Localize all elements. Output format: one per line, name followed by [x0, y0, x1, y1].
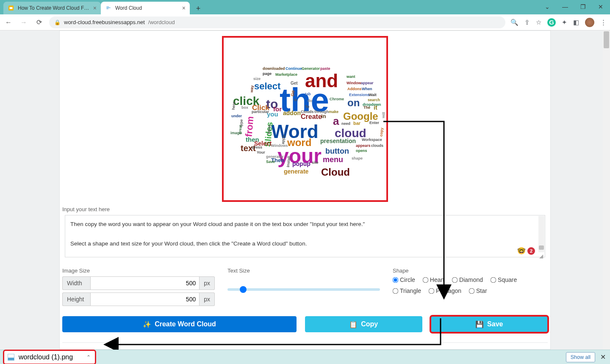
back-button[interactable]: ← — [3, 17, 14, 28]
svg-rect-3 — [106, 7, 109, 7]
wordcloud-canvas: theandyourWordclickselecttoonGooglecloud… — [229, 47, 381, 191]
close-icon[interactable]: ✕ — [600, 353, 606, 361]
forward-button[interactable]: → — [19, 17, 29, 28]
cloud-word: Enter — [369, 121, 379, 125]
chevron-up-icon[interactable]: ⌃ — [86, 354, 91, 360]
cloud-word: through — [314, 110, 329, 114]
shape-radio-input[interactable] — [393, 288, 399, 294]
cloud-word: need — [341, 121, 350, 126]
url-path: /wordcloud — [148, 19, 175, 25]
text-input[interactable] — [65, 215, 545, 257]
cloud-word: presentation — [320, 138, 356, 144]
shape-radio-input[interactable] — [422, 277, 428, 283]
maximize-icon[interactable]: ❐ — [577, 2, 589, 12]
sidepanel-icon[interactable]: ◧ — [573, 19, 579, 26]
cloud-word: under — [231, 114, 242, 118]
text-size-slider[interactable] — [227, 288, 380, 291]
cloud-word: copy — [379, 127, 384, 137]
shape-radio-input[interactable] — [491, 277, 496, 283]
reload-button[interactable]: ⟳ — [34, 17, 44, 28]
shape-radio-circle[interactable]: Circle — [393, 276, 415, 283]
shape-radio-input[interactable] — [393, 277, 399, 283]
chevron-down-icon[interactable]: ⌄ — [541, 2, 553, 12]
cloud-word: will — [381, 112, 386, 118]
cloud-word: The — [363, 105, 370, 110]
cloud-word: page — [263, 72, 272, 76]
tab-1[interactable]: Word Cloud × — [101, 2, 190, 14]
cloud-word: Extensions — [349, 93, 369, 97]
cloud-word: Get — [291, 81, 298, 85]
grammarly-widget[interactable]: 🤓 2 — [517, 247, 535, 255]
cloud-word: want — [347, 74, 355, 79]
copy-button-label: Copy — [361, 320, 378, 328]
shape-label: Shape — [393, 263, 548, 276]
height-input[interactable] — [90, 292, 200, 306]
shape-radio-input[interactable] — [469, 288, 475, 294]
window-controls: ⌄ — ❐ ✕ — [541, 2, 607, 12]
shape-radio-input[interactable] — [452, 277, 458, 283]
cloud-word: popup — [292, 160, 311, 167]
share-icon[interactable]: ⇪ — [524, 19, 530, 26]
wordcloud-favicon — [105, 5, 112, 11]
cloud-word: shape — [352, 156, 363, 160]
menu-icon[interactable]: ⋮ — [600, 19, 607, 26]
cloud-word: and — [305, 70, 338, 91]
new-tab-button[interactable]: + — [192, 3, 204, 14]
shape-radio-star[interactable]: Star — [469, 287, 487, 294]
shape-radio-pentagon[interactable]: Pentagon — [429, 287, 461, 294]
cloud-word: Continue — [286, 66, 302, 71]
image-size-label: Image Size — [62, 263, 215, 276]
cloud-word: To — [305, 105, 309, 109]
tab-0[interactable]: How To Create Word Cloud For G × — [3, 2, 101, 14]
cloud-word: select — [254, 81, 280, 92]
tab-strip: How To Create Word Cloud For G × Word Cl… — [3, 1, 204, 14]
bookmark-icon[interactable]: ☆ — [536, 19, 541, 26]
cloud-word: Addons — [347, 87, 362, 91]
shape-radio-label: Heart — [430, 276, 444, 283]
cloud-word: Save — [266, 160, 275, 164]
titlebar: How To Create Word Cloud For G × Word Cl… — [0, 0, 610, 14]
width-label: Width — [62, 276, 90, 290]
copy-button[interactable]: 📋 Copy — [305, 316, 422, 332]
cloud-word: Go — [290, 90, 295, 97]
svg-rect-1 — [10, 7, 13, 9]
save-button[interactable]: 💾 Save — [431, 316, 548, 332]
cloud-word: Wait — [369, 93, 377, 97]
page-scrollbar[interactable] — [603, 30, 610, 350]
shape-radio-label: Diamond — [459, 276, 483, 283]
create-button[interactable]: ✨ Create Word Cloud — [62, 316, 297, 332]
grammarly-extension-icon[interactable]: G — [547, 18, 556, 27]
minimize-icon[interactable]: — — [559, 2, 571, 12]
url-input[interactable]: 🔒 word-cloud.freebusinessapps.net/wordcl… — [49, 17, 505, 28]
shape-radio-square[interactable]: Square — [491, 276, 517, 283]
profile-avatar[interactable] — [585, 18, 594, 27]
width-input[interactable] — [90, 276, 200, 290]
cloud-word: Generator — [302, 66, 320, 71]
shape-radio-input[interactable] — [429, 288, 435, 294]
downloads-bar: wordcloud (1).png ⌃ Show all ✕ — [0, 350, 610, 364]
download-item[interactable]: wordcloud (1).png ⌃ — [4, 351, 95, 364]
cloud-word: box — [241, 105, 248, 110]
height-unit: px — [200, 292, 215, 306]
cloud-word: on — [347, 97, 360, 109]
shape-radio-triangle[interactable]: Triangle — [393, 287, 421, 294]
cloud-word: opens — [356, 149, 367, 153]
show-all-downloads-button[interactable]: Show all — [566, 352, 595, 362]
close-icon[interactable]: ✕ — [595, 2, 607, 12]
shape-radio-diamond[interactable]: Diamond — [452, 276, 483, 283]
cloud-word: Workspace — [362, 138, 382, 142]
save-button-label: Save — [487, 320, 503, 328]
cloud-word: a — [333, 115, 339, 128]
tab-title-0: How To Create Word Cloud For G — [18, 5, 90, 11]
slider-thumb[interactable] — [240, 286, 247, 293]
shape-radio-heart[interactable]: Heart — [423, 276, 444, 283]
cloud-word: Your — [257, 150, 265, 154]
close-icon[interactable]: × — [182, 5, 186, 11]
zoom-icon[interactable]: 🔍 — [510, 19, 518, 26]
cloud-word: in — [321, 113, 326, 119]
cloud-word: do — [308, 99, 312, 103]
cloud-word: way — [250, 85, 254, 93]
close-icon[interactable]: × — [93, 5, 97, 11]
extensions-icon[interactable]: ✦ — [562, 19, 567, 26]
lock-icon: 🔒 — [54, 19, 61, 25]
